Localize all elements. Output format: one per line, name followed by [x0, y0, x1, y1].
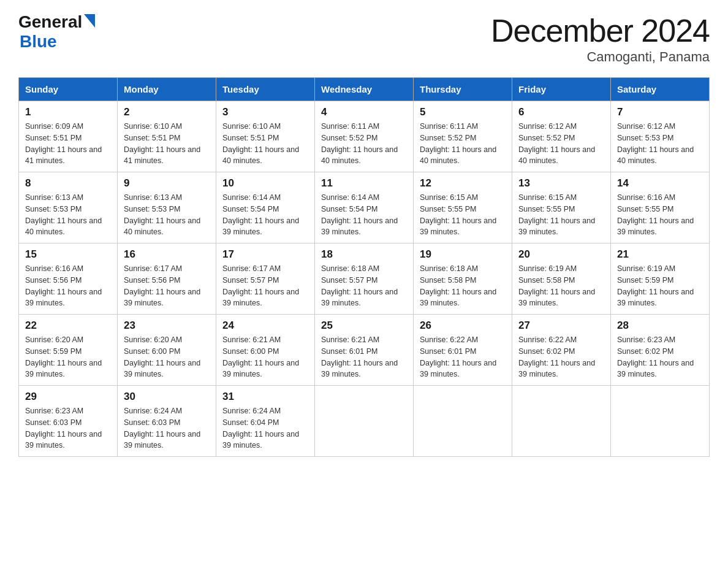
page-header: General Blue December 2024 Camoganti, Pa… — [18, 12, 710, 65]
day-info: Sunrise: 6:23 AM Sunset: 6:03 PM Dayligh… — [25, 405, 111, 451]
table-row: 15 Sunrise: 6:16 AM Sunset: 5:56 PM Dayl… — [19, 243, 118, 315]
day-info: Sunrise: 6:15 AM Sunset: 5:55 PM Dayligh… — [420, 192, 506, 238]
table-row: 10 Sunrise: 6:14 AM Sunset: 5:54 PM Dayl… — [216, 172, 315, 243]
calendar-table: Sunday Monday Tuesday Wednesday Thursday… — [18, 77, 710, 457]
table-row: 22 Sunrise: 6:20 AM Sunset: 5:59 PM Dayl… — [19, 315, 118, 386]
table-row: 3 Sunrise: 6:10 AM Sunset: 5:51 PM Dayli… — [216, 101, 315, 172]
table-row: 11 Sunrise: 6:14 AM Sunset: 5:54 PM Dayl… — [315, 172, 414, 243]
day-number: 14 — [617, 177, 703, 190]
day-info: Sunrise: 6:12 AM Sunset: 5:52 PM Dayligh… — [518, 121, 604, 167]
day-info: Sunrise: 6:10 AM Sunset: 5:51 PM Dayligh… — [222, 121, 308, 167]
day-number: 23 — [124, 320, 210, 332]
week-row-2: 8 Sunrise: 6:13 AM Sunset: 5:53 PM Dayli… — [19, 172, 710, 243]
day-info: Sunrise: 6:14 AM Sunset: 5:54 PM Dayligh… — [321, 192, 407, 238]
logo: General Blue — [18, 12, 95, 52]
day-number: 10 — [222, 177, 308, 190]
table-row: 12 Sunrise: 6:15 AM Sunset: 5:55 PM Dayl… — [414, 172, 512, 243]
day-info: Sunrise: 6:19 AM Sunset: 5:59 PM Dayligh… — [617, 263, 703, 309]
table-row — [315, 386, 414, 457]
day-info: Sunrise: 6:20 AM Sunset: 6:00 PM Dayligh… — [124, 334, 210, 380]
day-info: Sunrise: 6:14 AM Sunset: 5:54 PM Dayligh… — [222, 192, 308, 238]
header-wednesday: Wednesday — [315, 78, 414, 101]
day-number: 19 — [420, 248, 506, 261]
table-row: 30 Sunrise: 6:24 AM Sunset: 6:03 PM Dayl… — [118, 386, 216, 457]
page-title: December 2024 — [491, 12, 710, 49]
day-number: 17 — [222, 248, 308, 261]
header-sunday: Sunday — [19, 78, 118, 101]
table-row: 8 Sunrise: 6:13 AM Sunset: 5:53 PM Dayli… — [19, 172, 118, 243]
day-info: Sunrise: 6:21 AM Sunset: 6:00 PM Dayligh… — [222, 334, 308, 380]
day-info: Sunrise: 6:16 AM Sunset: 5:55 PM Dayligh… — [617, 192, 703, 238]
table-row: 17 Sunrise: 6:17 AM Sunset: 5:57 PM Dayl… — [216, 243, 315, 315]
table-row: 19 Sunrise: 6:18 AM Sunset: 5:58 PM Dayl… — [414, 243, 512, 315]
day-number: 20 — [518, 248, 604, 261]
table-row: 28 Sunrise: 6:23 AM Sunset: 6:02 PM Dayl… — [611, 315, 710, 386]
day-number: 13 — [518, 177, 604, 190]
header-monday: Monday — [118, 78, 216, 101]
day-number: 3 — [222, 106, 308, 118]
week-row-3: 15 Sunrise: 6:16 AM Sunset: 5:56 PM Dayl… — [19, 243, 710, 315]
day-number: 30 — [124, 391, 210, 403]
header-thursday: Thursday — [414, 78, 512, 101]
page-subtitle: Camoganti, Panama — [491, 49, 710, 65]
day-number: 21 — [617, 248, 703, 261]
table-row: 31 Sunrise: 6:24 AM Sunset: 6:04 PM Dayl… — [216, 386, 315, 457]
day-number: 24 — [222, 320, 308, 332]
day-number: 4 — [321, 106, 407, 118]
table-row: 21 Sunrise: 6:19 AM Sunset: 5:59 PM Dayl… — [611, 243, 710, 315]
table-row: 18 Sunrise: 6:18 AM Sunset: 5:57 PM Dayl… — [315, 243, 414, 315]
day-number: 11 — [321, 177, 407, 190]
day-info: Sunrise: 6:24 AM Sunset: 6:04 PM Dayligh… — [222, 405, 308, 451]
day-info: Sunrise: 6:20 AM Sunset: 5:59 PM Dayligh… — [25, 334, 111, 380]
day-info: Sunrise: 6:09 AM Sunset: 5:51 PM Dayligh… — [25, 121, 111, 167]
week-row-4: 22 Sunrise: 6:20 AM Sunset: 5:59 PM Dayl… — [19, 315, 710, 386]
day-number: 9 — [124, 177, 210, 190]
day-info: Sunrise: 6:11 AM Sunset: 5:52 PM Dayligh… — [420, 121, 506, 167]
day-number: 27 — [518, 320, 604, 332]
week-row-1: 1 Sunrise: 6:09 AM Sunset: 5:51 PM Dayli… — [19, 101, 710, 172]
table-row: 27 Sunrise: 6:22 AM Sunset: 6:02 PM Dayl… — [512, 315, 611, 386]
day-info: Sunrise: 6:24 AM Sunset: 6:03 PM Dayligh… — [124, 405, 210, 451]
day-number: 15 — [25, 248, 111, 261]
header-saturday: Saturday — [611, 78, 710, 101]
day-info: Sunrise: 6:12 AM Sunset: 5:53 PM Dayligh… — [617, 121, 703, 167]
day-number: 12 — [420, 177, 506, 190]
day-number: 22 — [25, 320, 111, 332]
table-row: 7 Sunrise: 6:12 AM Sunset: 5:53 PM Dayli… — [611, 101, 710, 172]
day-info: Sunrise: 6:11 AM Sunset: 5:52 PM Dayligh… — [321, 121, 407, 167]
day-info: Sunrise: 6:17 AM Sunset: 5:56 PM Dayligh… — [124, 263, 210, 309]
calendar-header-row: Sunday Monday Tuesday Wednesday Thursday… — [19, 78, 710, 101]
table-row — [611, 386, 710, 457]
title-section: December 2024 Camoganti, Panama — [491, 12, 710, 65]
header-friday: Friday — [512, 78, 611, 101]
day-number: 8 — [25, 177, 111, 190]
week-row-5: 29 Sunrise: 6:23 AM Sunset: 6:03 PM Dayl… — [19, 386, 710, 457]
logo-triangle-icon — [84, 14, 95, 28]
day-info: Sunrise: 6:18 AM Sunset: 5:57 PM Dayligh… — [321, 263, 407, 309]
day-info: Sunrise: 6:10 AM Sunset: 5:51 PM Dayligh… — [124, 121, 210, 167]
day-number: 6 — [518, 106, 604, 118]
table-row — [512, 386, 611, 457]
table-row: 26 Sunrise: 6:22 AM Sunset: 6:01 PM Dayl… — [414, 315, 512, 386]
table-row: 24 Sunrise: 6:21 AM Sunset: 6:00 PM Dayl… — [216, 315, 315, 386]
day-number: 31 — [222, 391, 308, 403]
table-row: 1 Sunrise: 6:09 AM Sunset: 5:51 PM Dayli… — [19, 101, 118, 172]
table-row: 9 Sunrise: 6:13 AM Sunset: 5:53 PM Dayli… — [118, 172, 216, 243]
day-info: Sunrise: 6:13 AM Sunset: 5:53 PM Dayligh… — [25, 192, 111, 238]
day-number: 5 — [420, 106, 506, 118]
logo-general-text: General — [18, 12, 82, 32]
table-row — [414, 386, 512, 457]
table-row: 6 Sunrise: 6:12 AM Sunset: 5:52 PM Dayli… — [512, 101, 611, 172]
day-number: 18 — [321, 248, 407, 261]
table-row: 13 Sunrise: 6:15 AM Sunset: 5:55 PM Dayl… — [512, 172, 611, 243]
day-number: 26 — [420, 320, 506, 332]
table-row: 14 Sunrise: 6:16 AM Sunset: 5:55 PM Dayl… — [611, 172, 710, 243]
day-info: Sunrise: 6:23 AM Sunset: 6:02 PM Dayligh… — [617, 334, 703, 380]
day-info: Sunrise: 6:17 AM Sunset: 5:57 PM Dayligh… — [222, 263, 308, 309]
table-row: 16 Sunrise: 6:17 AM Sunset: 5:56 PM Dayl… — [118, 243, 216, 315]
table-row: 2 Sunrise: 6:10 AM Sunset: 5:51 PM Dayli… — [118, 101, 216, 172]
day-info: Sunrise: 6:22 AM Sunset: 6:01 PM Dayligh… — [420, 334, 506, 380]
day-number: 16 — [124, 248, 210, 261]
day-info: Sunrise: 6:16 AM Sunset: 5:56 PM Dayligh… — [25, 263, 111, 309]
day-number: 29 — [25, 391, 111, 403]
